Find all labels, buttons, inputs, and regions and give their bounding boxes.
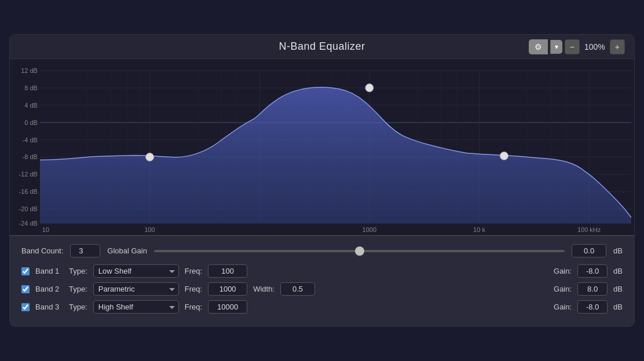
svg-text:10 k: 10 k bbox=[473, 226, 485, 233]
svg-text:0 dB: 0 dB bbox=[24, 119, 38, 126]
band1-freq-label: Freq: bbox=[185, 267, 202, 275]
band2-gain-label: Gain: bbox=[554, 285, 572, 293]
app-container: N-Band Equalizer ⚙ ▾ − 100% + bbox=[9, 34, 635, 327]
band2-control bbox=[365, 84, 374, 92]
global-gain-slider[interactable] bbox=[154, 250, 565, 252]
band2-type-label: Type: bbox=[69, 285, 87, 293]
eq-svg: 12 dB 8 dB 4 dB 0 dB -4 dB -8 dB -12 dB … bbox=[10, 59, 634, 235]
band1-type-label: Type: bbox=[69, 267, 87, 275]
svg-text:-20 dB: -20 dB bbox=[19, 205, 38, 212]
svg-text:1000: 1000 bbox=[363, 226, 376, 233]
chevron-down-icon: ▾ bbox=[555, 43, 558, 51]
svg-text:-12 dB: -12 dB bbox=[19, 171, 38, 178]
band1-type-select[interactable]: Low ShelfHigh ShelfParametricLow PassHig… bbox=[93, 264, 179, 278]
svg-text:8 dB: 8 dB bbox=[24, 84, 38, 91]
svg-text:-8 dB: -8 dB bbox=[23, 153, 38, 160]
svg-text:100 kHz: 100 kHz bbox=[577, 226, 601, 233]
band2-width-label: Width: bbox=[253, 285, 275, 293]
svg-text:-4 dB: -4 dB bbox=[23, 137, 38, 143]
band2-freq-input[interactable] bbox=[208, 282, 247, 296]
title-bar: N-Band Equalizer ⚙ ▾ − 100% + bbox=[10, 35, 634, 59]
band3-gain-input[interactable] bbox=[577, 300, 608, 314]
global-row: Band Count: Global Gain dB bbox=[21, 244, 623, 257]
svg-text:-24 dB: -24 dB bbox=[19, 220, 38, 227]
zoom-value: 100% bbox=[582, 42, 608, 51]
band3-type-select[interactable]: Low ShelfHigh ShelfParametricLow PassHig… bbox=[93, 300, 179, 314]
band2-label: Band 2 bbox=[35, 285, 63, 293]
svg-text:10: 10 bbox=[42, 226, 49, 233]
band3-type-label: Type: bbox=[69, 303, 87, 311]
band2-checkbox[interactable] bbox=[21, 285, 30, 293]
svg-text:100: 100 bbox=[144, 226, 155, 233]
band3-control bbox=[500, 152, 508, 160]
global-gain-unit: dB bbox=[613, 246, 623, 255]
band-row-2: Band 2Type:Low ShelfHigh ShelfParametric… bbox=[21, 282, 623, 296]
eq-graph: 12 dB 8 dB 4 dB 0 dB -4 dB -8 dB -12 dB … bbox=[10, 59, 634, 235]
svg-text:12 dB: 12 dB bbox=[21, 67, 38, 74]
controls-panel: Band Count: Global Gain dB Band 1Type:Lo… bbox=[10, 235, 634, 326]
band-count-input[interactable] bbox=[70, 244, 100, 257]
band1-checkbox[interactable] bbox=[21, 267, 30, 275]
global-gain-value[interactable] bbox=[572, 244, 606, 257]
band1-label: Band 1 bbox=[35, 267, 63, 275]
band2-gain-input[interactable] bbox=[577, 282, 608, 296]
app-title: N-Band Equalizer bbox=[279, 40, 365, 53]
band3-gain-label: Gain: bbox=[554, 303, 572, 311]
gear-icon: ⚙ bbox=[535, 42, 542, 51]
band1-gain-input[interactable] bbox=[577, 264, 608, 278]
zoom-plus-button[interactable]: + bbox=[610, 39, 625, 54]
band2-width-input[interactable] bbox=[280, 282, 315, 296]
band3-gain-unit: dB bbox=[613, 303, 623, 311]
band3-checkbox[interactable] bbox=[21, 303, 30, 311]
band3-freq-input[interactable] bbox=[208, 300, 247, 314]
band-row-3: Band 3Type:Low ShelfHigh ShelfParametric… bbox=[21, 300, 623, 314]
band-count-label: Band Count: bbox=[21, 246, 63, 255]
zoom-minus-button[interactable]: − bbox=[565, 39, 580, 54]
band3-label: Band 3 bbox=[35, 303, 63, 311]
svg-text:4 dB: 4 dB bbox=[24, 102, 38, 109]
band3-freq-label: Freq: bbox=[185, 303, 202, 311]
gear-dropdown-button[interactable]: ▾ bbox=[550, 40, 562, 54]
band1-freq-input[interactable] bbox=[208, 264, 247, 278]
band1-gain-label: Gain: bbox=[554, 267, 572, 275]
bands-container: Band 1Type:Low ShelfHigh ShelfParametric… bbox=[21, 264, 623, 314]
title-controls: ⚙ ▾ − 100% + bbox=[529, 39, 625, 54]
band-row-1: Band 1Type:Low ShelfHigh ShelfParametric… bbox=[21, 264, 623, 278]
band1-gain-unit: dB bbox=[613, 267, 623, 275]
global-gain-label: Global Gain bbox=[107, 246, 147, 255]
band1-control bbox=[146, 153, 154, 161]
svg-text:-16 dB: -16 dB bbox=[19, 188, 38, 195]
band2-freq-label: Freq: bbox=[185, 285, 202, 293]
band2-type-select[interactable]: Low ShelfHigh ShelfParametricLow PassHig… bbox=[93, 282, 179, 296]
band2-gain-unit: dB bbox=[613, 285, 623, 293]
gear-button[interactable]: ⚙ bbox=[529, 39, 548, 54]
